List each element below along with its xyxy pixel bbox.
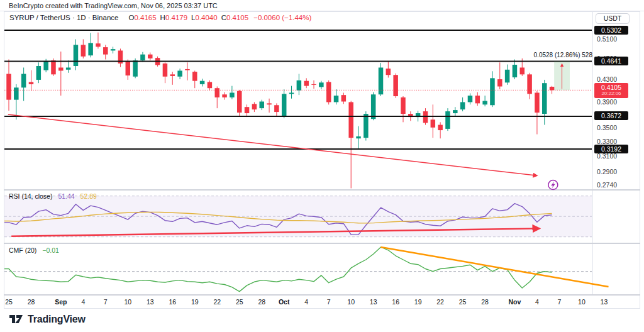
date-label-Nov: Nov (503, 298, 526, 306)
candle-body (550, 87, 555, 90)
trendline-cmf (381, 247, 609, 287)
candle-body (237, 91, 242, 113)
candle-body (393, 75, 398, 96)
candle-body (386, 69, 391, 75)
date-label-7: 7 (548, 298, 570, 306)
candle-body (51, 60, 56, 74)
tradingview-chart: BeInCrypto created with TradingView.com,… (0, 0, 644, 332)
candle-body (14, 87, 19, 99)
date-label-19: 19 (184, 298, 206, 306)
price-tick-0.4300: 0.4300 (597, 75, 617, 83)
price-tick-0.2740: 0.2740 (597, 181, 617, 189)
date-label-25: 25 (228, 298, 251, 306)
candle-body (148, 55, 153, 58)
currency-usdt-button[interactable]: USDT (596, 13, 630, 24)
tradingview-logo-icon (9, 313, 23, 326)
candle-body (88, 43, 93, 55)
measurement-label: 0.0528 (12.86%) 528 (534, 52, 592, 58)
cmf-legend-title: CMF (20) (9, 246, 36, 254)
candle-body (133, 60, 138, 77)
last-price-value: 0.4105 (597, 84, 625, 91)
open-value: 0.4165 (134, 14, 156, 21)
tradingview-logo-text: TradingView (28, 314, 86, 325)
candle-body (401, 97, 406, 114)
candle-body (21, 74, 26, 87)
price-tick-0.2900: 0.2900 (597, 168, 617, 175)
tradingview-logo[interactable]: TradingView (9, 313, 86, 326)
trendline-main (8, 114, 537, 175)
date-label-19: 19 (407, 298, 430, 306)
candle-body (36, 66, 42, 80)
candle-body (527, 74, 532, 94)
last-price-label: 0.410520:22:06 (594, 83, 628, 98)
date-label-28: 28 (250, 298, 273, 306)
date-label-10: 10 (340, 298, 362, 306)
rsi-legend[interactable]: RSI (14, close) 51.44 52.89 (9, 192, 97, 200)
candle-body (259, 101, 264, 108)
candle-body (74, 45, 79, 66)
low-value: 0.4040 (195, 14, 217, 21)
price-tick-0.3100: 0.3100 (597, 152, 617, 160)
date-label-4: 4 (72, 298, 94, 306)
price-tick-0.5100: 0.5100 (597, 35, 617, 43)
candle-body (490, 78, 495, 105)
candle-body (6, 74, 11, 99)
candle-body (304, 81, 309, 86)
date-label-4: 4 (526, 298, 548, 306)
candle-body (334, 96, 339, 102)
cmf-line (4, 247, 552, 292)
candle-body (245, 107, 250, 113)
date-label-7: 7 (94, 298, 117, 306)
symbol-title[interactable]: SYRUP / TetherUS · 1D · Binance (9, 14, 118, 21)
candle-body (43, 62, 48, 70)
rsi-legend-title: RSI (14, close) (9, 192, 52, 200)
candle-body (475, 96, 480, 103)
symbol-info-bar[interactable]: SYRUP / TetherUS · 1D · BinanceO0.4165H0… (9, 14, 311, 21)
candle-body (200, 81, 205, 84)
price-axis[interactable]: USDT 0.51000.47000.43000.39000.35000.330… (593, 0, 644, 332)
date-label-16: 16 (161, 298, 184, 306)
candle-body (482, 101, 487, 105)
date-label-16: 16 (384, 298, 407, 306)
candle-body (289, 92, 294, 94)
cmf-value: −0.01 (42, 246, 59, 254)
candle-body (505, 70, 510, 83)
high-label: H (160, 14, 165, 21)
date-label-Oct: Oct (273, 298, 296, 306)
date-label-28: 28 (474, 298, 496, 306)
date-label-Sep: Sep (50, 298, 72, 306)
level-label-0.3192: 0.3192 (594, 145, 628, 153)
date-label-25: 25 (0, 298, 20, 306)
candle-body (438, 125, 443, 131)
candle-body (177, 70, 182, 76)
candle-body (371, 94, 376, 119)
candle-body (222, 94, 227, 97)
candle-body (535, 92, 540, 113)
cmf-legend[interactable]: CMF (20) −0.01 (9, 246, 59, 254)
high-value: 0.4179 (165, 14, 187, 21)
close-value: 0.4105 (226, 14, 248, 21)
candle-body (208, 82, 213, 88)
candle-body (297, 80, 302, 91)
candle-body (520, 67, 525, 74)
candle-body (274, 105, 279, 112)
candle-body (29, 82, 34, 84)
chart-canvas[interactable] (0, 0, 644, 332)
candle-body (542, 83, 547, 114)
price-tick-0.3500: 0.3500 (597, 124, 617, 131)
date-label-13: 13 (362, 298, 385, 306)
date-label-10: 10 (116, 298, 139, 306)
candle-body (326, 82, 331, 102)
price-tick-0.3900: 0.3900 (597, 98, 617, 106)
candle-body (214, 88, 219, 97)
candle-body (111, 49, 116, 50)
candle-body (185, 69, 190, 70)
candle-body (96, 43, 101, 47)
level-label-0.3672: 0.3672 (594, 111, 628, 120)
level-label-0.5302: 0.5302 (594, 26, 628, 35)
candle-body (364, 114, 369, 138)
candle-body (431, 119, 436, 128)
date-label-4: 4 (295, 298, 318, 306)
candle-body (423, 111, 428, 123)
change-value: −0.0060 (−1.44%) (253, 14, 311, 21)
